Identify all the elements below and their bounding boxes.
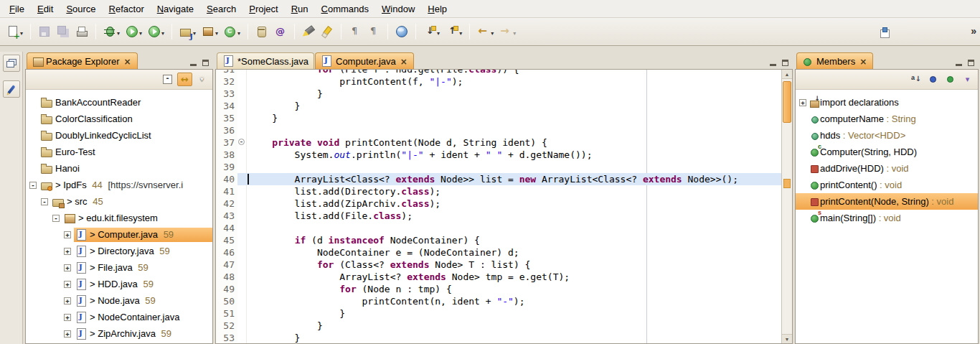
menu-commands[interactable]: Commands — [315, 1, 375, 17]
code-text[interactable]: private void printContent(Node d, String… — [247, 136, 792, 149]
menu-help[interactable]: Help — [421, 1, 453, 17]
hide-static-button[interactable] — [943, 73, 958, 86]
code-text[interactable]: printContent(n, ident + "-"); — [247, 295, 792, 307]
line-number[interactable]: 46 — [216, 246, 237, 259]
fold-collapse-icon[interactable] — [238, 139, 245, 145]
line-number[interactable]: 35 — [216, 112, 237, 124]
tree-item-directory-java[interactable]: > Directory.java 59 — [26, 243, 212, 259]
scroll-down-icon[interactable] — [782, 334, 792, 343]
code-line-37[interactable]: 37 private void printContent(Node d, Str… — [216, 136, 792, 149]
close-icon[interactable] — [859, 56, 867, 67]
minimize-view-icon[interactable] — [190, 60, 197, 66]
tree-item-file-java[interactable]: > File.java 59 — [26, 259, 212, 276]
line-number[interactable]: 37 — [216, 136, 237, 149]
code-text[interactable]: list.add(ZipArchiv.class); — [247, 197, 792, 210]
maximize-editor-icon[interactable] — [782, 60, 788, 66]
code-text[interactable]: list.add(Directory.class); — [247, 185, 792, 197]
tree-item-doublylinkedcycliclist[interactable]: DoublyLinkedCyclicList — [26, 127, 212, 144]
code-text[interactable] — [247, 161, 792, 173]
save-all-button[interactable] — [55, 22, 72, 41]
tree-item-hanoi[interactable]: Hanoi — [26, 160, 212, 177]
code-line-31[interactable]: 31 for (File f : hdd.get(File.class)) { — [216, 69, 792, 75]
tree-item-src[interactable]: > src 45 — [26, 193, 212, 210]
create-jar-button[interactable] — [253, 22, 270, 41]
code-line-40[interactable]: 40 ArrayList<Class<? extends Node>> list… — [216, 173, 792, 185]
menu-edit[interactable]: Edit — [31, 1, 60, 17]
expand-toggle-icon[interactable] — [64, 231, 71, 238]
close-icon[interactable] — [123, 56, 132, 67]
external-tools-button[interactable] — [146, 22, 166, 41]
code-line-48[interactable]: 48 ArrayList<? extends Node> tmp = e.get… — [216, 271, 792, 283]
code-text[interactable]: } — [247, 100, 792, 112]
menu-navigate[interactable]: Navigate — [151, 1, 200, 17]
line-number[interactable]: 38 — [216, 149, 237, 161]
member-main-string[interactable]: main(String[]) : void — [796, 210, 978, 226]
line-number[interactable]: 47 — [216, 259, 237, 271]
save-button[interactable] — [36, 22, 53, 41]
code-text[interactable]: if (d instanceof NodeContainer) { — [247, 234, 792, 246]
run-button[interactable] — [123, 22, 144, 41]
code-line-46[interactable]: 46 NodeContainer e = (NodeContainer) d; — [216, 246, 792, 259]
editor-tab-someclass-java[interactable]: *SomeClass.java — [217, 52, 314, 69]
line-number[interactable]: 42 — [216, 197, 237, 210]
tree-item-edu-kit-filesystem[interactable]: > edu.kit.filesystem — [26, 210, 212, 226]
back-button[interactable] — [475, 22, 496, 41]
code-line-42[interactable]: 42 list.add(ZipArchiv.class); — [216, 197, 792, 210]
line-number[interactable]: 44 — [216, 222, 237, 234]
tree-item-hdd-java[interactable]: > HDD.java 59 — [26, 276, 212, 292]
maximize-view-icon[interactable] — [202, 60, 209, 66]
hide-nonpublic-button[interactable] — [960, 73, 975, 86]
collapse-toggle-icon[interactable] — [41, 198, 48, 205]
expand-toggle-icon[interactable] — [64, 248, 71, 255]
line-number[interactable]: 40 — [216, 173, 237, 185]
line-number[interactable]: 31 — [216, 69, 237, 75]
pin-editor-button[interactable] — [877, 24, 894, 42]
close-icon[interactable] — [400, 56, 408, 67]
minimized-editor-button[interactable] — [3, 80, 20, 98]
code-text[interactable]: for (Class<? extends Node> T : list) { — [247, 259, 792, 271]
line-number[interactable]: 48 — [216, 271, 237, 283]
expand-toggle-icon[interactable] — [64, 330, 71, 338]
code-text[interactable]: } — [247, 88, 792, 100]
code-line-41[interactable]: 41 list.add(Directory.class); — [216, 185, 792, 197]
code-line-32[interactable]: 32 printContent(f, "|-"); — [216, 75, 792, 88]
members-tab[interactable]: Members — [796, 52, 873, 69]
member-computer-string-hdd[interactable]: Computer(String, HDD) — [796, 144, 978, 160]
minimize-editor-icon[interactable] — [770, 60, 776, 66]
expand-toggle-icon[interactable] — [64, 314, 71, 321]
show-whitespace-button[interactable] — [347, 22, 364, 41]
previous-annotation-button[interactable] — [443, 22, 464, 41]
expand-toggle-icon[interactable] — [64, 297, 71, 305]
line-number[interactable]: 43 — [216, 210, 237, 222]
code-text[interactable]: list.add(File.class); — [247, 210, 792, 222]
editor-marks-button[interactable] — [365, 22, 382, 41]
maximize-view-icon[interactable] — [968, 60, 974, 66]
print-button[interactable] — [73, 22, 90, 41]
menu-search[interactable]: Search — [200, 1, 242, 17]
code-lines[interactable]: 31 for (File f : hdd.get(File.class)) {3… — [216, 69, 792, 344]
code-line-49[interactable]: 49 for (Node n : tmp) { — [216, 283, 792, 295]
line-number[interactable]: 32 — [216, 75, 237, 88]
forward-button[interactable] — [497, 22, 518, 41]
tree-item-node-java[interactable]: > Node.java 59 — [26, 292, 212, 309]
restore-views-button[interactable] — [3, 55, 20, 72]
code-line-51[interactable]: 51 } — [216, 307, 792, 320]
member-adddrive-hdd[interactable]: addDrive(HDD) : void — [796, 160, 978, 177]
view-menu-button[interactable] — [194, 73, 209, 86]
code-line-52[interactable]: 52 } — [216, 320, 792, 332]
tree-item-computer-java[interactable]: > Computer.java 59 — [26, 226, 212, 243]
code-line-33[interactable]: 33 } — [216, 88, 792, 100]
search-button[interactable] — [300, 22, 317, 41]
menu-source[interactable]: Source — [60, 1, 102, 17]
code-line-36[interactable]: 36 — [216, 124, 792, 136]
expand-toggle-icon[interactable] — [64, 264, 71, 271]
menu-window[interactable]: Window — [375, 1, 421, 17]
code-text[interactable]: for (File f : hdd.get(File.class)) { — [247, 69, 792, 75]
line-number[interactable]: 34 — [216, 100, 237, 112]
code-line-45[interactable]: 45 if (d instanceof NodeContainer) { — [216, 234, 792, 246]
hide-fields-button[interactable] — [925, 73, 941, 86]
line-number[interactable]: 45 — [216, 234, 237, 246]
code-line-34[interactable]: 34 } — [216, 100, 792, 112]
editor-scrollbar[interactable] — [781, 70, 792, 343]
expand-toggle-icon[interactable] — [64, 281, 71, 288]
